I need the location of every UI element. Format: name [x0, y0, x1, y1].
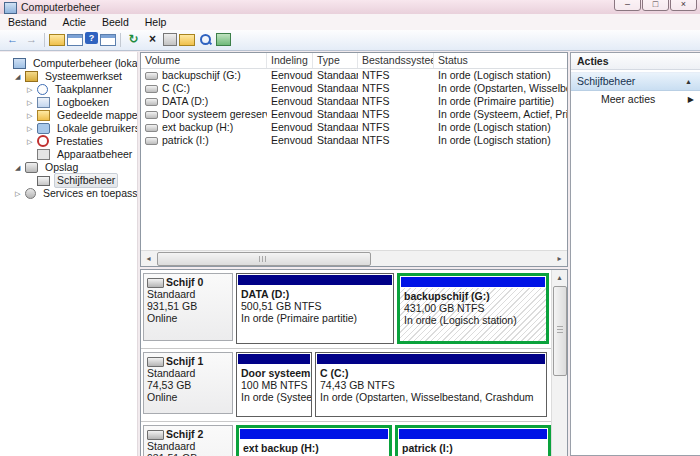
expander-collapsed-icon[interactable]: ▷: [27, 96, 37, 109]
disk-size: 931,51 GB: [147, 300, 229, 312]
partition-ext-backup-h[interactable]: ext backup (H:)464.92 GB NTFS: [236, 425, 392, 456]
tree-item-lokale-gebruikers-en-gro[interactable]: ▷Lokale gebruikers en gro: [0, 121, 137, 134]
back-icon[interactable]: ←: [4, 32, 21, 47]
delete-icon[interactable]: ×: [144, 32, 161, 47]
column-header-indeling[interactable]: Indeling: [267, 53, 313, 68]
status-cell: In orde (Systeem, Actief, Primaire pa: [434, 108, 567, 121]
disk-label-schijf-1[interactable]: Schijf 1Standaard74,53 GBOnline: [143, 352, 233, 414]
disk-icon: [147, 357, 164, 367]
filesystem-cell: NTFS: [358, 134, 434, 147]
forward-icon[interactable]: →: [23, 32, 40, 47]
tree-item-services-en-toepassingen[interactable]: ▷Services en toepassingen: [0, 186, 137, 199]
disk-name-text: Schijf 1: [166, 355, 203, 367]
menu-actie[interactable]: Actie: [55, 14, 94, 28]
minimize-button[interactable]: –: [614, 0, 641, 11]
menu-beeld[interactable]: Beeld: [94, 14, 137, 28]
column-header-status[interactable]: Status: [434, 53, 567, 68]
actions-section-schijfbeheer[interactable]: Schijfbeheer ▲: [571, 72, 700, 91]
volume-name: backupschijf (G:): [162, 69, 241, 81]
volume-row-patrick-i[interactable]: patrick (I:)EenvoudigStandaardNTFSIn ord…: [141, 134, 567, 147]
disk-name: Schijf 0: [147, 276, 229, 288]
volume-cell: backupschijf (G:): [141, 69, 267, 82]
tree-item-taakplanner[interactable]: ▷Taakplanner: [0, 82, 137, 95]
expander-collapsed-icon[interactable]: ▷: [27, 122, 37, 135]
disk-label-schijf-0[interactable]: Schijf 0Standaard931,51 GBOnline: [143, 273, 233, 341]
toolbox-icon: [25, 71, 38, 82]
properties-icon[interactable]: [163, 33, 177, 46]
drive-icon: [145, 111, 158, 119]
tree-item-gedeelde-mappen[interactable]: ▷Gedeelde mappen: [0, 108, 137, 121]
partition-data-d[interactable]: DATA (D:)500,51 GB NTFSIn orde (Primaire…: [236, 273, 394, 344]
help-icon[interactable]: ?: [85, 32, 98, 44]
refresh-icon[interactable]: ↻: [125, 32, 142, 47]
tree-item-logboeken[interactable]: ▷Logboeken: [0, 95, 137, 108]
drive-icon: [145, 137, 158, 145]
volume-row-door-systeem-gereserveerd[interactable]: Door systeem gereserveerdEenvoudigStanda…: [141, 108, 567, 121]
volume-name: ext backup (H:): [162, 121, 233, 133]
menu-help[interactable]: Help: [137, 14, 175, 28]
show-tree-icon[interactable]: [49, 34, 65, 46]
volume-row-c-c[interactable]: C (C:)EenvoudigStandaardNTFSIn orde (Ops…: [141, 82, 567, 95]
indeling-cell: Eenvoudig: [267, 82, 313, 95]
zoom-icon[interactable]: [197, 32, 214, 47]
partition-color-band: [401, 277, 545, 287]
filesystem-cell: NTFS: [358, 82, 434, 95]
collapse-icon[interactable]: ▲: [685, 73, 692, 90]
partition-backupschijf-g[interactable]: backupschijf (G:)431,00 GB NTFSIn orde (…: [397, 273, 549, 344]
vertical-scrollbar-thumb[interactable]: [553, 286, 567, 376]
partition-body: C (C:)74,43 GB NTFSIn orde (Opstarten, W…: [316, 365, 546, 416]
wizard-icon[interactable]: [216, 33, 231, 46]
expander-expanded-icon[interactable]: ◢: [15, 70, 25, 83]
more-actions-item[interactable]: Meer acties ▶: [571, 91, 700, 108]
status-cell: In orde (Primaire partitie): [434, 95, 567, 108]
toolbar-separator: [120, 33, 121, 47]
tree-item-computerbeheer-lokaal[interactable]: Computerbeheer (lokaal): [0, 56, 137, 69]
maximize-button[interactable]: □: [642, 0, 669, 11]
column-header-bestandssysteem[interactable]: Bestandssysteem: [358, 53, 434, 68]
disk-management-icon: [37, 176, 50, 186]
tree-item-apparaatbeheer[interactable]: Apparaatbeheer: [0, 147, 137, 160]
vertical-scrollbar[interactable]: ▴ ▾: [551, 270, 567, 456]
tree-item-systeemwerkset[interactable]: ◢Systeemwerkset: [0, 69, 137, 82]
disk-label-schijf-2[interactable]: Schijf 2Standaard931,51 GB: [143, 425, 233, 456]
volume-row-backupschijf-g[interactable]: backupschijf (G:)EenvoudigStandaardNTFSI…: [141, 69, 567, 82]
column-header-volume[interactable]: Volume: [141, 53, 267, 68]
expander-collapsed-icon[interactable]: ▷: [27, 83, 37, 96]
volume-cell: C (C:): [141, 82, 267, 95]
type-cell: Standaard: [313, 134, 358, 147]
tree-item-schijfbeheer[interactable]: Schijfbeheer: [0, 173, 137, 186]
services-icon: [25, 188, 36, 199]
expander-collapsed-icon[interactable]: ▷: [27, 135, 37, 148]
scroll-left-arrow-icon[interactable]: ◂: [141, 251, 156, 266]
scroll-right-arrow-icon[interactable]: ▸: [552, 251, 567, 266]
tree-item-prestaties[interactable]: ▷Prestaties: [0, 134, 137, 147]
toolbar-separator: [44, 33, 45, 47]
close-button[interactable]: ×: [670, 0, 697, 11]
scroll-up-arrow-icon[interactable]: ▴: [552, 270, 567, 285]
expander-collapsed-icon[interactable]: ▷: [15, 187, 25, 200]
type-cell: Standaard: [313, 121, 358, 134]
partition-color-band: [399, 429, 547, 439]
expander-expanded-icon[interactable]: ◢: [15, 161, 25, 174]
expander-collapsed-icon[interactable]: ▷: [27, 109, 37, 122]
window-controls: –□×: [613, 0, 697, 11]
volume-row-ext-backup-h[interactable]: ext backup (H:)EenvoudigStandaardNTFSIn …: [141, 121, 567, 134]
menu-bestand[interactable]: Bestand: [0, 14, 55, 28]
tree-item-label: Taakplanner: [52, 83, 115, 96]
console-window-icon[interactable]: [67, 34, 83, 46]
horizontal-scrollbar[interactable]: ◂ ▸: [141, 250, 567, 266]
horizontal-scrollbar-thumb[interactable]: [157, 252, 371, 266]
volume-name: C (C:): [162, 82, 190, 94]
partition-c-c[interactable]: C (C:)74,43 GB NTFSIn orde (Opstarten, W…: [315, 352, 547, 417]
more-actions-label: Meer acties: [601, 93, 655, 105]
action-pane-icon[interactable]: [100, 34, 116, 46]
tree-item-opslag[interactable]: ◢Opslag: [0, 160, 137, 173]
volume-row-data-d[interactable]: DATA (D:)EenvoudigStandaardNTFSIn orde (…: [141, 95, 567, 108]
partition-patrick-i[interactable]: patrick (I:)466.59 GB NTFS: [395, 425, 551, 456]
users-icon: [37, 123, 50, 134]
column-header-type[interactable]: Type: [313, 53, 358, 68]
open-folder-icon[interactable]: [179, 34, 195, 46]
partition-door-systeem-g[interactable]: Door systeem g100 MB NTFSIn orde (Systee…: [236, 352, 312, 417]
tree-item-label: Apparaatbeheer: [54, 148, 135, 161]
tree-item-label: Logboeken: [54, 96, 112, 109]
